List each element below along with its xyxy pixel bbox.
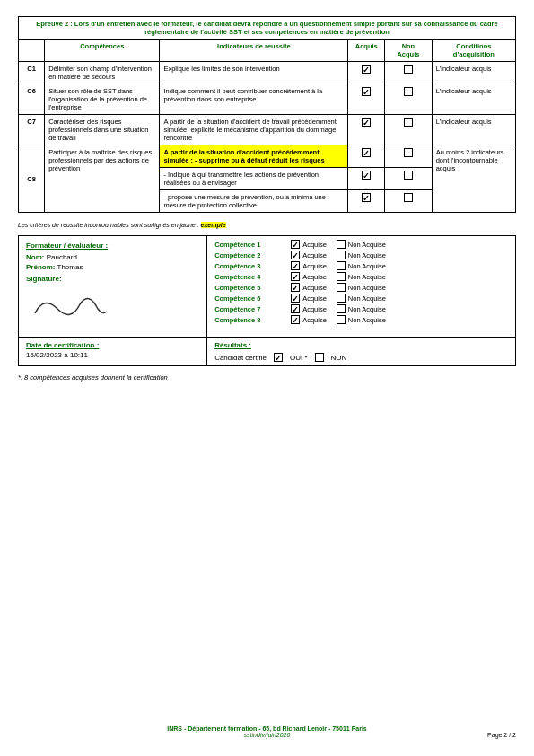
checkbox-acquis-c7	[362, 118, 371, 127]
checkbox-comp7-acquise	[291, 304, 300, 313]
acquis-c1	[348, 62, 385, 84]
footer-main: INRS - Département formation - 65, bd Ri…	[0, 725, 534, 732]
table-row-c6: C6 Situer son rôle de SST dans l'organis…	[19, 84, 516, 115]
condition-c6: L'indicateur acquis	[432, 84, 515, 115]
competence-c6: Situer son rôle de SST dans l'organisati…	[45, 84, 160, 115]
epreuve-header: Epreuve 2 : Lors d'un entretien avec le …	[19, 17, 516, 40]
footer-sub: sstindiv/juin2020	[0, 732, 534, 738]
bottom-inner: Formateur / évaluateur : Nom: Pauchard P…	[19, 236, 515, 337]
acquise-label-3: Acquise	[302, 262, 327, 270]
competence-c7: Caractériser des risques professionnels …	[45, 115, 160, 145]
prenom-value: Thomas	[57, 263, 83, 271]
prenom-row: Prénom: Thomas	[26, 263, 199, 271]
col-conditions-header: Conditions d'acquisition	[432, 40, 515, 62]
comp-label-5: Compétence 5	[214, 284, 291, 292]
acquise-label-7: Acquise	[302, 305, 327, 313]
checkbox-comp3-nonacquise	[337, 261, 346, 270]
non-acquise-label-7: Non Acquise	[348, 305, 386, 313]
nonacquis-c8-3	[385, 190, 432, 213]
checkbox-acquis-c1	[362, 65, 371, 74]
col-nonacquis-header: NonAcquis	[385, 40, 432, 62]
checkbox-nonacquis-c1	[404, 65, 413, 74]
acquise-label-5: Acquise	[302, 284, 327, 292]
nonacquis-c8-1	[385, 145, 432, 168]
code-c1: C1	[19, 62, 45, 84]
comp-row-8: Compétence 8 Acquise Non Acquise	[214, 315, 508, 324]
comp-row-5: Compétence 5 Acquise Non Acquise	[214, 283, 508, 292]
competence-c8: Participer à la maîtrise des risques pro…	[45, 145, 160, 213]
nonacquis-c7	[385, 115, 432, 145]
date-cell: Date de certification : 16/02/2023 à 10:…	[19, 338, 207, 365]
formateur-title: Formateur / évaluateur :	[26, 242, 199, 250]
page-number: Page 2 / 2	[487, 732, 516, 738]
comp-label-3: Compétence 3	[214, 262, 291, 270]
table-note: Les critères de reussite incontournables…	[18, 222, 516, 228]
oui-label: OUI *	[290, 354, 308, 362]
non-acquise-label-1: Non Acquise	[348, 241, 386, 249]
checkbox-nonacquis-c8-1	[404, 148, 413, 157]
comp-check-group-3: Acquise Non Acquise	[291, 261, 386, 270]
resultats-label: Résultats :	[214, 341, 508, 349]
epreuve-header-text: Epreuve 2 : Lors d'un entretien avec le …	[36, 20, 497, 36]
code-c8: C8	[19, 145, 45, 213]
table-row-c8: C8 Participer à la maîtrise des risques …	[19, 145, 516, 168]
table-row-c1: C1 Délimiter son champ d'intervention en…	[19, 62, 516, 84]
comp-label-2: Compétence 2	[214, 251, 291, 259]
checkbox-acquis-c8-3	[362, 193, 371, 202]
checkbox-comp8-acquise	[291, 315, 300, 324]
comp-label-6: Compétence 6	[214, 294, 291, 303]
checkbox-comp1-nonacquise	[337, 240, 346, 249]
checkbox-comp4-nonacquise	[337, 272, 346, 281]
acquise-label-6: Acquise	[302, 294, 327, 303]
non-acquise-label-2: Non Acquise	[348, 251, 386, 259]
checkbox-comp2-nonacquise	[337, 251, 346, 259]
checkbox-comp1-acquise	[291, 240, 300, 249]
non-label: NON	[331, 354, 347, 362]
competence-c1: Délimiter son champ d'intervention en ma…	[45, 62, 160, 84]
checkbox-oui	[274, 353, 283, 362]
comp-check-group-6: Acquise Non Acquise	[291, 294, 386, 303]
indicateur-c1: Explique les limites de son intervention	[160, 62, 348, 84]
acquis-c8-2	[348, 168, 385, 190]
col-indicateurs-header: Indicateurs de reussite	[160, 40, 348, 62]
checkbox-nonacquis-c8-3	[404, 193, 413, 202]
table-row-c7: C7 Caractériser des risques professionne…	[19, 115, 516, 145]
signature-area	[26, 286, 199, 331]
comp-check-group-5: Acquise Non Acquise	[291, 283, 386, 292]
col-competences-header: Compétences	[45, 40, 160, 62]
acquis-c8-3	[348, 190, 385, 213]
comp-label-7: Compétence 7	[214, 305, 291, 313]
comp-check-group-7: Acquise Non Acquise	[291, 304, 386, 313]
comp-row-3: Compétence 3 Acquise Non Acquise	[214, 261, 508, 270]
nom-row: Nom: Pauchard	[26, 253, 199, 261]
code-c6: C6	[19, 84, 45, 115]
prenom-label: Prénom:	[26, 263, 55, 271]
acquise-label-2: Acquise	[302, 251, 327, 259]
nonacquis-c6	[385, 84, 432, 115]
comp-row-1: Compétence 1 Acquise Non Acquise	[214, 240, 508, 249]
comp-row-4: Compétence 4 Acquise Non Acquise	[214, 272, 508, 281]
comp-row-7: Compétence 7 Acquise Non Acquise	[214, 304, 508, 313]
signature-label: Signature:	[26, 275, 199, 283]
right-panel: Compétence 1 Acquise Non Acquise Compéte…	[207, 236, 515, 337]
checkbox-nonacquis-c7	[404, 118, 413, 127]
nonacquis-c1	[385, 62, 432, 84]
nonacquis-c8-2	[385, 168, 432, 190]
comp-row-2: Compétence 2 Acquise Non Acquise	[214, 251, 508, 259]
page: Epreuve 2 : Lors d'un entretien avec le …	[0, 0, 534, 756]
checkbox-comp5-nonacquise	[337, 283, 346, 292]
acquis-c8-1	[348, 145, 385, 168]
acquise-label-8: Acquise	[302, 316, 327, 324]
nom-label: Nom:	[26, 253, 44, 261]
acquis-c7	[348, 115, 385, 145]
condition-c8: Au moins 2 indicateurs dont l'incontourn…	[432, 145, 515, 213]
checkbox-comp4-acquise	[291, 272, 300, 281]
candidat-certifie-label: Candidat certifié	[214, 354, 267, 362]
date-value: 16/02/2023 à 10:11	[26, 351, 199, 359]
code-c7: C7	[19, 115, 45, 145]
indicateur-c6: Indique comment il peut contribuer concr…	[160, 84, 348, 115]
indicateur-c8-1: A partir de la situation d'accident préc…	[160, 145, 348, 168]
checkbox-acquis-c8-1	[362, 148, 371, 157]
comp-check-group-4: Acquise Non Acquise	[291, 272, 386, 281]
non-acquise-label-4: Non Acquise	[348, 273, 386, 281]
